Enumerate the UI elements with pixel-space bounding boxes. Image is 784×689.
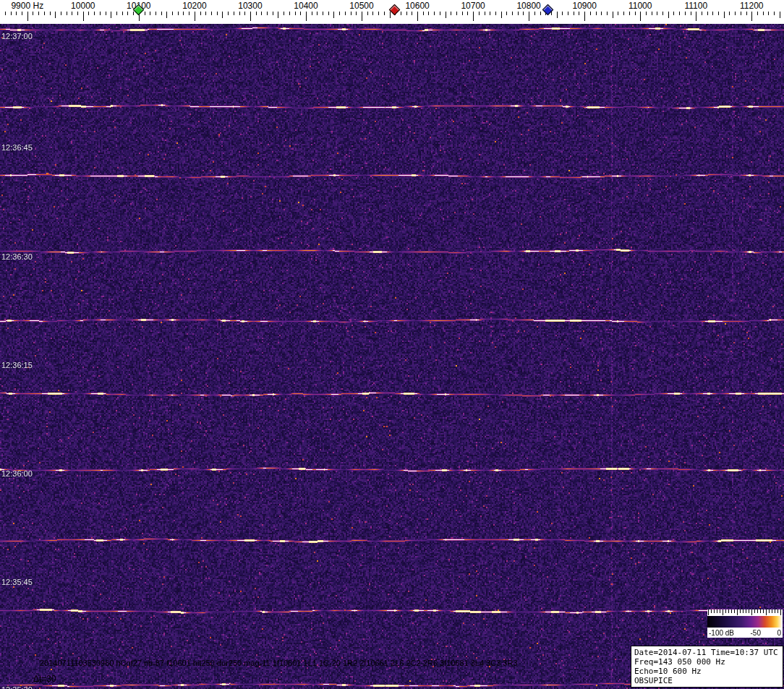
spectrogram-waterfall[interactable] [0, 24, 784, 689]
freq-tick-label: 10700 [461, 1, 485, 11]
freq-tick-label: 11100 [685, 1, 708, 11]
freq-tick-label: 11000 [629, 1, 652, 11]
freq-tick-label: 10200 [182, 1, 206, 11]
freq-tick-label: 10900 [573, 1, 597, 11]
frequency-scale: 9900 Hz100001010010200103001040010500106… [0, 0, 784, 24]
spectrogram-display: 9900 Hz100001010010200103001040010500106… [0, 0, 784, 689]
freq-tick-label: 10800 [516, 1, 540, 11]
freq-tick-label: 10400 [294, 1, 318, 11]
freq-tick-label: 10600 [405, 1, 429, 11]
freq-tick-label: 10000 [71, 1, 95, 11]
freq-tick-label: 10500 [349, 1, 373, 11]
freq-tick-label: 10300 [238, 1, 262, 11]
freq-tick-label: 11200 [740, 1, 763, 11]
freq-tick-label: 9900 Hz [11, 1, 43, 11]
